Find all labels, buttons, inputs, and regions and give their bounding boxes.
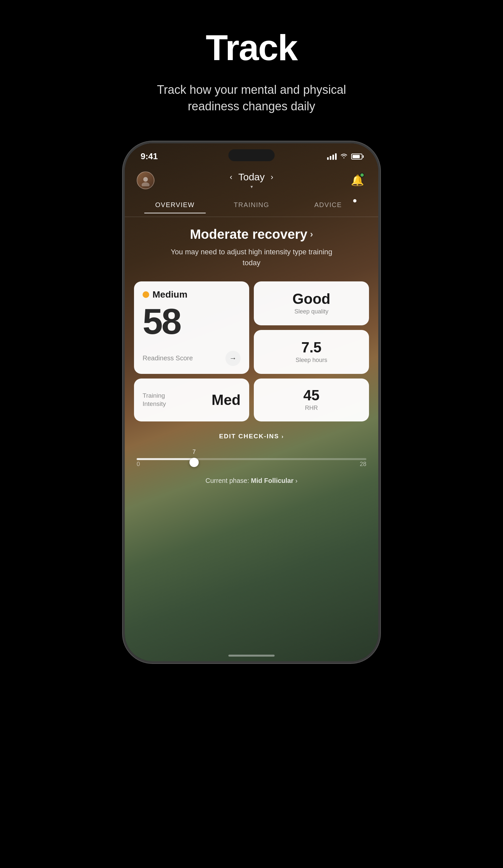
phase-chevron-icon: › [295, 477, 298, 484]
tab-advice[interactable]: ADVICE [290, 196, 366, 213]
rhr-label: RHR [305, 405, 318, 412]
readiness-bottom-row: Readiness Score → [143, 351, 241, 366]
readiness-card[interactable]: Medium 58 Readiness Score → [134, 281, 249, 374]
training-intensity-value: Med [212, 392, 241, 408]
readiness-level-row: Medium [143, 289, 241, 300]
rhr-card[interactable]: 45 RHR [254, 379, 369, 422]
dynamic-island [228, 149, 275, 161]
readiness-score-label: Readiness Score [143, 354, 193, 362]
date-label: Today [238, 172, 265, 183]
sleep-hours-label: Sleep hours [295, 357, 327, 364]
notification-bell[interactable]: 🔔 [348, 172, 366, 189]
edit-checkins-chevron-icon: › [282, 434, 284, 439]
status-time: 9:41 [140, 151, 158, 162]
svg-point-0 [143, 177, 148, 182]
recovery-section: Moderate recovery › You may need to adju… [125, 217, 378, 275]
dropdown-arrow-icon[interactable]: ▾ [251, 184, 253, 189]
current-phase-row[interactable]: Current phase: Mid Follicular › [125, 474, 378, 494]
tabs-row: OVERVIEW TRAINING ADVICE [125, 196, 378, 213]
wifi-icon [340, 153, 348, 160]
avatar[interactable] [137, 172, 155, 189]
slider-min-label: 0 [137, 461, 140, 468]
page-title: Track [206, 27, 297, 68]
readiness-arrow-button[interactable]: → [226, 351, 241, 366]
phone-shell: 9:41 [123, 141, 380, 663]
cards-grid: Medium 58 Readiness Score → Good Sleep q… [125, 275, 378, 427]
page-subtitle: Track how your mental and physical readi… [136, 82, 367, 115]
training-intensity-card[interactable]: Training Intensity Med [134, 379, 249, 422]
sleep-quality-value: Good [292, 292, 331, 306]
next-day-button[interactable]: › [271, 173, 273, 182]
battery-icon [351, 154, 363, 159]
tab-underline [144, 213, 206, 213]
sleep-hours-card[interactable]: 7.5 Sleep hours [254, 330, 369, 374]
recovery-chevron-icon: › [310, 229, 313, 239]
readiness-level-label: Medium [153, 289, 188, 300]
edit-checkins-button[interactable]: EDIT CHECK-INS › [125, 427, 378, 446]
signal-icon [327, 153, 337, 160]
tab-overview[interactable]: OVERVIEW [137, 196, 213, 213]
advice-notification-dot [353, 199, 356, 203]
slider-max-label: 28 [360, 461, 366, 468]
recovery-description: You may need to adjust high intensity ty… [163, 246, 340, 268]
tab-training[interactable]: TRAINING [213, 196, 290, 213]
slider-fill [137, 458, 194, 460]
status-icons [327, 153, 363, 160]
sleep-hours-value: 7.5 [301, 340, 322, 355]
phone-content: ‹ Today › ▾ 🔔 OVERVIEW TRAINING ADVICE [125, 143, 378, 661]
recovery-title[interactable]: Moderate recovery › [137, 227, 366, 242]
sleep-quality-card[interactable]: Good Sleep quality [254, 281, 369, 326]
slider-track-bg [137, 458, 366, 460]
rhr-value: 45 [303, 388, 319, 403]
date-area: ‹ Today › ▾ [230, 172, 273, 189]
slider-labels: 0 28 [137, 461, 366, 468]
slider-current-value: 7 [192, 448, 196, 455]
training-intensity-label: Training Intensity [143, 392, 179, 408]
svg-point-1 [142, 182, 149, 186]
readiness-score-value: 58 [143, 303, 241, 340]
medium-dot-icon [143, 291, 149, 298]
prev-day-button[interactable]: ‹ [230, 173, 232, 182]
sleep-quality-label: Sleep quality [294, 308, 328, 315]
notification-dot [360, 173, 364, 177]
cycle-slider-area: 7 0 28 [125, 446, 378, 474]
